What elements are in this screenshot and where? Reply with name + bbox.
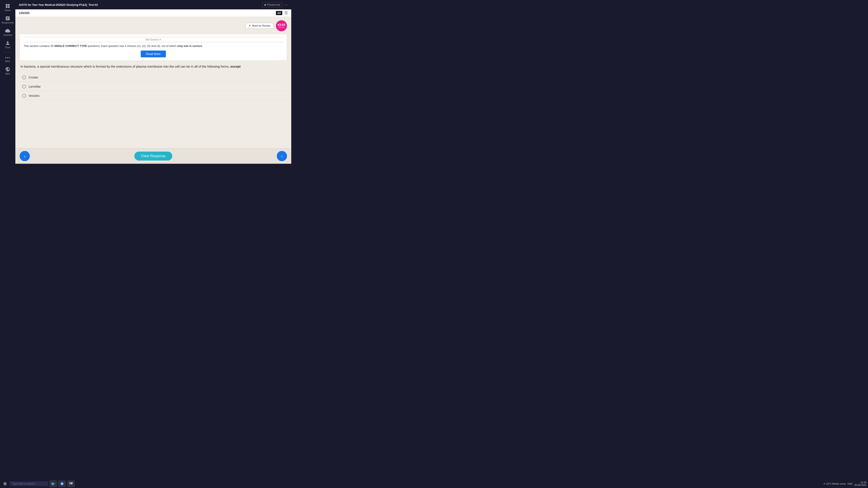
bottom-bar: ‹ Clear Response › <box>16 148 291 164</box>
prev-button[interactable]: ‹ <box>20 151 30 161</box>
sidebar-item-more[interactable]: ••• More <box>0 54 16 64</box>
mark-for-review-button[interactable]: ⚑ Mark for Review <box>245 23 274 29</box>
main-content: AIATS for Two Year Medical-2026(XI Study… <box>16 0 291 164</box>
next-button[interactable]: › <box>277 151 287 161</box>
present-icon: ▶ <box>265 3 266 6</box>
present-now-button[interactable]: ▶ Present now <box>262 2 282 7</box>
section-description: This section contains 35 SINGLE CORRECT … <box>24 44 283 49</box>
option-item-a[interactable]: Cristae <box>21 73 286 82</box>
svg-rect-0 <box>6 4 7 6</box>
content-area: ⚑ Mark for Review 43:04 min sec Bot-Sect… <box>16 17 291 148</box>
option-radio-b[interactable] <box>22 85 26 89</box>
svg-rect-3 <box>8 6 9 8</box>
counter-bar: 135/200 AZ ☰ <box>16 9 291 17</box>
timer: 43:04 min sec <box>276 20 287 31</box>
sidebar-item-teams[interactable]: Teams <box>0 2 16 13</box>
prev-icon: ‹ <box>24 154 26 159</box>
counter-right: AZ ☰ <box>276 11 288 16</box>
az-badge: AZ <box>276 11 282 15</box>
next-icon: › <box>281 154 283 159</box>
section-label: Bot-Section A <box>24 37 283 42</box>
sidebar-item-apps[interactable]: Apps <box>0 65 16 77</box>
topbar: AIATS for Two Year Medical-2026(XI Study… <box>16 0 291 9</box>
option-label-a: Cristae <box>29 76 38 79</box>
option-item-b[interactable]: Lamellae <box>21 83 286 91</box>
sidebar-divider <box>3 52 12 52</box>
option-item-c[interactable]: Vesicles <box>21 92 286 100</box>
sidebar-item-onedrive[interactable]: OneDrive <box>0 26 16 38</box>
option-label-c: Vesicles <box>29 94 39 97</box>
option-radio-c[interactable] <box>22 94 26 98</box>
top-controls: ⚑ Mark for Review 43:04 min sec <box>20 20 287 31</box>
sidebar: Teams Assignments OneDrive iTutor ••• Mo… <box>0 0 16 164</box>
question-text: In bacteria, a special membranous struct… <box>20 64 287 69</box>
section-info-box: Bot-Section A This section contains 35 S… <box>20 34 287 61</box>
sidebar-item-assignments[interactable]: Assignments <box>0 14 16 26</box>
sidebar-item-itutor[interactable]: iTutor <box>0 39 16 50</box>
options-list: Cristae Lamellae Vesicles <box>20 73 287 100</box>
clear-response-button[interactable]: Clear Response <box>134 152 173 160</box>
more-menu-icon[interactable]: ··· <box>285 3 288 7</box>
menu-icon[interactable]: ☰ <box>284 11 288 16</box>
topbar-title: AIATS for Two Year Medical-2026(XI Study… <box>19 3 98 6</box>
read-more-button[interactable]: Read More <box>141 51 166 57</box>
option-label-b: Lamellae <box>29 85 41 88</box>
svg-point-4 <box>7 41 8 43</box>
flag-icon: ⚑ <box>249 24 251 27</box>
svg-rect-2 <box>6 6 7 8</box>
svg-rect-1 <box>8 4 9 6</box>
option-radio-a[interactable] <box>22 75 26 79</box>
topbar-right: ▶ Present now ··· <box>262 2 288 7</box>
question-counter: 135/200 <box>19 11 30 15</box>
